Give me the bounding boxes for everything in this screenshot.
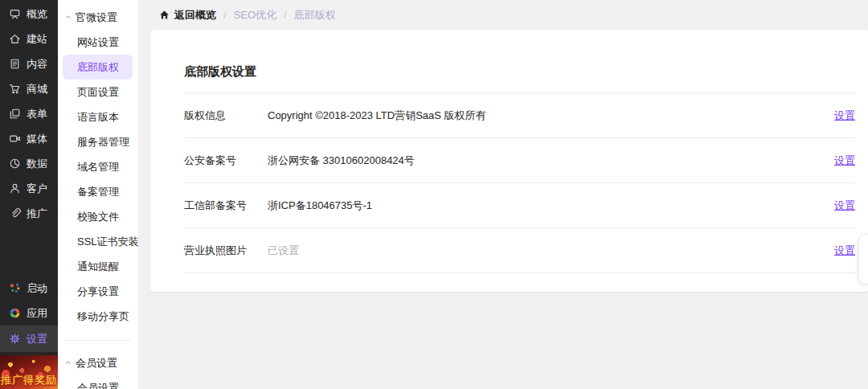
row-label: 公安备案号 (184, 154, 268, 168)
nav-rail-item-content[interactable]: 内容 (0, 51, 58, 76)
app-window: 概览建站内容商城表单媒体数据客户推广 启动应用设置 推广得奖励 官微设置网站设置… (0, 0, 868, 389)
nav-rail-item-site[interactable]: 建站 (0, 27, 58, 51)
launch-icon (9, 282, 21, 294)
row-settings-link[interactable]: 设置 (834, 109, 855, 123)
row-settings-link[interactable]: 设置 (834, 199, 855, 213)
subnav-item[interactable]: 底部版权 (63, 55, 133, 80)
promotion-icon (9, 207, 21, 219)
subnav-item[interactable]: 网站设置 (58, 30, 138, 55)
settings-rows: 版权信息Copyright ©2018-2023 LTD营销SaaS 版权所有设… (184, 93, 855, 273)
row-value: 浙公网安备 33010602008424号 (268, 154, 834, 168)
subnav-divider (64, 340, 132, 341)
subnav: 官微设置网站设置底部版权页面设置语言版本服务器管理域名管理备案管理校验文件SSL… (58, 0, 139, 389)
nav-rail-item-label: 表单 (27, 107, 47, 121)
nav-rail-top-items: 概览建站内容商城表单媒体数据客户推广 (0, 0, 58, 226)
nav-rail-item-label: 媒体 (27, 132, 47, 146)
nav-rail-item-gear[interactable]: 设置 (0, 326, 58, 352)
row-settings-link[interactable]: 设置 (834, 154, 855, 168)
nav-rail-item-label: 建站 (27, 32, 47, 47)
nav-rail-item-form[interactable]: 表单 (0, 101, 58, 126)
nav-rail-item-customer[interactable]: 客户 (0, 176, 58, 201)
subnav-item[interactable]: 移动分享页 (58, 304, 138, 329)
nav-rail-item-overview[interactable]: 概览 (0, 2, 58, 27)
breadcrumb-trail: /SEO优化/底部版权 (223, 8, 336, 23)
nav-rail-item-label: 设置 (27, 332, 47, 346)
form-icon (9, 108, 21, 120)
breadcrumb-back-link[interactable]: 返回概览 (174, 8, 216, 23)
breadcrumb-link[interactable]: SEO优化 (234, 8, 276, 23)
chevron-up-icon (64, 357, 72, 369)
subnav-group-header[interactable]: 官微设置 (58, 5, 138, 30)
chevron-up-icon (64, 11, 72, 23)
subnav-item[interactable]: 会员设置 (58, 375, 138, 389)
subnav-item[interactable]: 分享设置 (58, 279, 138, 304)
nav-rail-item-data[interactable]: 数据 (0, 151, 58, 176)
breadcrumb-link[interactable]: 底部版权 (294, 8, 336, 23)
subnav-item[interactable]: 备案管理 (58, 179, 138, 204)
subnav-item[interactable]: 页面设置 (58, 80, 138, 104)
nav-rail-bottom-items: 启动应用设置 (0, 276, 58, 352)
subnav-item[interactable]: 域名管理 (58, 154, 138, 179)
nav-rail-item-label: 数据 (27, 157, 47, 171)
mall-icon (9, 83, 21, 95)
breadcrumb-separator: / (284, 9, 287, 21)
nav-rail-item-promotion[interactable]: 推广 (0, 201, 58, 226)
row-label: 营业执照图片 (184, 244, 268, 258)
nav-rail-item-label: 内容 (27, 57, 47, 72)
subnav-group-header[interactable]: 会员设置 (58, 350, 138, 375)
subnav-item[interactable]: SSL证书安装 (58, 229, 138, 254)
settings-row: 公安备案号浙公网安备 33010602008424号设置 (184, 138, 855, 183)
promo-banner[interactable]: 推广得奖励 (0, 355, 58, 389)
nav-rail-item-label: 推广 (27, 207, 47, 221)
nav-rail-item-apps[interactable]: 应用 (0, 301, 58, 326)
data-icon (9, 158, 21, 170)
nav-rail-item-label: 概览 (27, 7, 47, 22)
nav-rail-item-launch[interactable]: 启动 (0, 276, 58, 301)
gear-icon (9, 333, 21, 345)
floating-side-widget[interactable] (858, 234, 868, 285)
settings-card: 底部版权设置 版权信息Copyright ©2018-2023 LTD营销Saa… (150, 30, 868, 292)
row-value: 浙ICP备18046735号-1 (268, 199, 834, 213)
row-label: 版权信息 (184, 109, 268, 123)
subnav-item[interactable]: 服务器管理 (58, 129, 138, 154)
settings-row: 营业执照图片已设置设置 (184, 228, 855, 273)
breadcrumb: 返回概览 /SEO优化/底部版权 (139, 0, 868, 30)
subnav-item[interactable]: 语言版本 (58, 104, 138, 129)
site-icon (9, 33, 21, 45)
breadcrumb-separator: / (223, 9, 227, 21)
nav-rail: 概览建站内容商城表单媒体数据客户推广 启动应用设置 推广得奖励 (0, 0, 58, 389)
subnav-group-title: 官微设置 (76, 10, 117, 25)
row-label: 工信部备案号 (184, 199, 268, 213)
subnav-item[interactable]: 通知提醒 (58, 254, 138, 279)
settings-row: 工信部备案号浙ICP备18046735号-1设置 (184, 183, 855, 228)
settings-row: 版权信息Copyright ©2018-2023 LTD营销SaaS 版权所有设… (184, 93, 855, 138)
row-value: Copyright ©2018-2023 LTD营销SaaS 版权所有 (268, 109, 834, 123)
nav-rail-item-label: 启动 (27, 281, 47, 296)
customer-icon (9, 182, 21, 194)
apps-icon (9, 307, 21, 319)
home-icon (159, 10, 170, 20)
subnav-group-title: 会员设置 (76, 356, 117, 371)
promo-banner-text: 推广得奖励 (0, 373, 58, 387)
media-icon (9, 133, 21, 145)
nav-rail-item-mall[interactable]: 商城 (0, 76, 58, 101)
row-settings-link[interactable]: 设置 (834, 244, 855, 258)
content-icon (9, 58, 21, 70)
overview-icon (9, 8, 21, 20)
main-area: 返回概览 /SEO优化/底部版权 底部版权设置 版权信息Copyright ©2… (139, 0, 868, 389)
row-value: 已设置 (268, 244, 834, 258)
page-title: 底部版权设置 (184, 30, 855, 78)
nav-rail-item-label: 客户 (27, 182, 47, 196)
subnav-item[interactable]: 校验文件 (58, 204, 138, 229)
nav-rail-item-media[interactable]: 媒体 (0, 126, 58, 151)
nav-rail-item-label: 商城 (27, 82, 47, 96)
nav-rail-item-label: 应用 (27, 306, 47, 321)
